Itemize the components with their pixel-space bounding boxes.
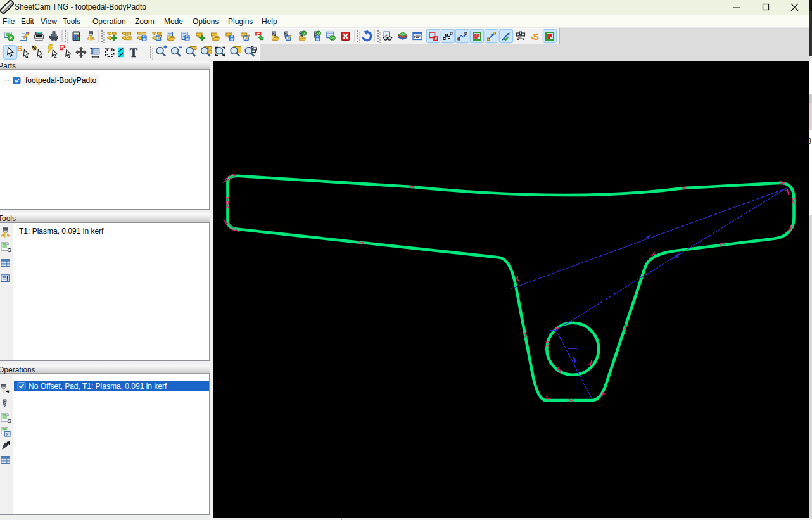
svg-text:footpedal-BodyPadto: footpedal-BodyPadto <box>25 76 96 85</box>
